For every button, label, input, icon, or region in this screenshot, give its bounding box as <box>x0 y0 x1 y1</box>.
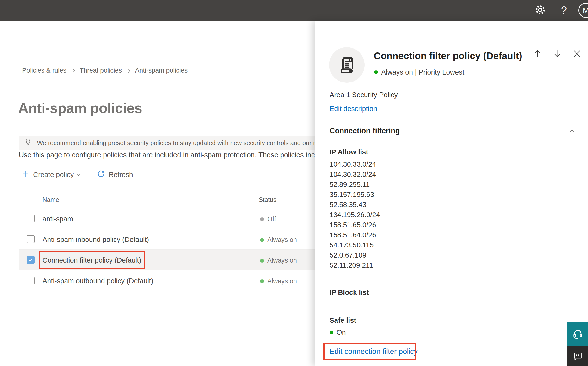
table-header: Name Status <box>19 190 315 208</box>
status-cell: Always on <box>260 277 297 285</box>
chevron-down-icon <box>77 172 81 176</box>
breadcrumb-threat-policies[interactable]: Threat policies <box>80 67 122 74</box>
edit-connection-filter-link-wrap: Edit connection filter policy <box>330 347 418 356</box>
row-checkbox[interactable] <box>27 276 35 284</box>
ip-entry: 158.51.65.0/26 <box>330 220 380 230</box>
chevron-right-icon <box>71 69 75 73</box>
ip-entry: 52.11.209.211 <box>330 260 380 270</box>
flyout-status-label: Always on | Priority Lowest <box>381 68 464 76</box>
status-label: Off <box>267 215 276 223</box>
status-cell: Always on <box>260 236 297 244</box>
page-description: Use this page to configure policies that… <box>19 151 315 159</box>
main-content: Policies & rules Threat policies Anti-sp… <box>0 21 315 366</box>
status-dot-on <box>260 259 264 263</box>
safe-list-status: On <box>330 328 346 336</box>
plus-icon <box>21 169 30 180</box>
ip-entry: 104.30.32.0/24 <box>330 169 380 179</box>
edit-description-link-wrap: Edit description <box>330 105 377 113</box>
ip-entry: 134.195.26.0/24 <box>330 210 380 220</box>
security-portal-page: ? M Policies & rules Threat policies Ant… <box>0 0 588 366</box>
ip-entry: 158.51.64.0/26 <box>330 230 380 240</box>
flyout-title: Connection filter policy (Default) <box>374 51 578 61</box>
feedback-button[interactable] <box>567 346 588 366</box>
policy-details-flyout: Connection filter policy (Default) Alway… <box>315 21 588 366</box>
create-policy-button[interactable]: Create policy <box>21 169 80 180</box>
ip-allow-list-label: IP Allow list <box>330 148 368 156</box>
top-app-bar: ? M <box>0 0 588 21</box>
divider <box>330 120 576 120</box>
table-row[interactable]: anti-spam Off <box>19 208 315 229</box>
recommendation-banner: We recommend enabling preset security po… <box>19 136 315 150</box>
refresh-icon <box>96 169 105 180</box>
collapse-section-button[interactable] <box>570 127 578 134</box>
ip-entry: 54.173.50.115 <box>330 240 380 250</box>
refresh-button[interactable]: Refresh <box>96 169 133 180</box>
safe-list-label: Safe list <box>330 316 356 324</box>
row-checkbox[interactable] <box>27 214 35 222</box>
column-header-status[interactable]: Status <box>259 196 276 203</box>
account-button[interactable]: M <box>577 0 588 21</box>
policy-name: Anti-spam outbound policy (Default) <box>43 277 153 285</box>
headset-icon <box>572 328 583 340</box>
policy-name: Anti-spam inbound policy (Default) <box>43 236 149 244</box>
edit-description-link[interactable]: Edit description <box>330 105 377 113</box>
create-policy-label: Create policy <box>33 171 74 179</box>
page-title: Anti-spam policies <box>18 100 142 116</box>
command-bar: Create policy Refresh <box>21 168 133 181</box>
flyout-status-line: Always on | Priority Lowest <box>374 68 464 76</box>
table-row[interactable]: Anti-spam inbound policy (Default) Alway… <box>19 229 315 250</box>
support-button[interactable] <box>567 322 588 346</box>
settings-button[interactable] <box>532 0 548 21</box>
status-label: Always on <box>267 277 297 285</box>
safe-list-status-label: On <box>337 328 346 336</box>
chevron-right-icon <box>127 69 130 73</box>
status-label: Always on <box>267 236 297 244</box>
row-checkbox-checked[interactable] <box>27 256 35 264</box>
ip-entry: 52.89.255.11 <box>330 179 380 190</box>
ip-entry: 35.157.195.63 <box>330 190 380 200</box>
connection-filtering-section-header: Connection filtering <box>330 127 576 135</box>
gear-icon <box>535 4 546 16</box>
banner-text: We recommend enabling preset security po… <box>37 139 315 147</box>
chevron-up-icon <box>570 130 574 134</box>
lightbulb-icon <box>23 138 33 148</box>
ip-entry: 104.30.33.0/24 <box>330 159 380 169</box>
status-dot-on <box>330 331 333 334</box>
status-dot-on <box>260 279 264 283</box>
ip-entry: 52.58.35.43 <box>330 200 380 210</box>
checkmark-icon <box>28 257 34 263</box>
policy-name: anti-spam <box>43 215 73 223</box>
breadcrumb-policies-rules[interactable]: Policies & rules <box>22 67 66 74</box>
feedback-chat-icon <box>572 350 583 361</box>
policy-icon-badge <box>329 47 365 83</box>
ip-block-list-label: IP Block list <box>330 289 369 297</box>
row-checkbox[interactable] <box>27 235 35 243</box>
section-title: Connection filtering <box>330 127 400 135</box>
status-dot-on <box>374 70 378 74</box>
status-label: Always on <box>267 257 297 264</box>
status-dot-off <box>260 217 264 221</box>
policy-name: Connection filter policy (Default) <box>43 256 141 264</box>
breadcrumb-anti-spam-policies[interactable]: Anti-spam policies <box>135 67 188 74</box>
status-cell: Off <box>260 215 276 223</box>
status-dot-on <box>260 238 264 242</box>
ip-allow-list: 104.30.33.0/24 104.30.32.0/24 52.89.255.… <box>330 159 380 270</box>
policy-description: Area 1 Security Policy <box>330 91 398 99</box>
policies-table: Name Status anti-spam Off Anti-spam inbo… <box>19 190 315 291</box>
scroll-policy-icon <box>337 55 357 75</box>
table-row-selected[interactable]: Connection filter policy (Default) Alway… <box>19 250 315 270</box>
avatar: M <box>578 3 588 18</box>
help-button[interactable]: ? <box>556 0 572 21</box>
refresh-label: Refresh <box>109 171 133 179</box>
edit-connection-filter-policy-link[interactable]: Edit connection filter policy <box>330 347 418 356</box>
status-cell: Always on <box>260 257 297 264</box>
column-header-name[interactable]: Name <box>43 196 59 203</box>
ip-entry: 52.0.67.109 <box>330 250 380 260</box>
table-row[interactable]: Anti-spam outbound policy (Default) Alwa… <box>19 270 315 291</box>
help-icon: ? <box>561 4 567 16</box>
breadcrumb: Policies & rules Threat policies Anti-sp… <box>22 67 188 74</box>
